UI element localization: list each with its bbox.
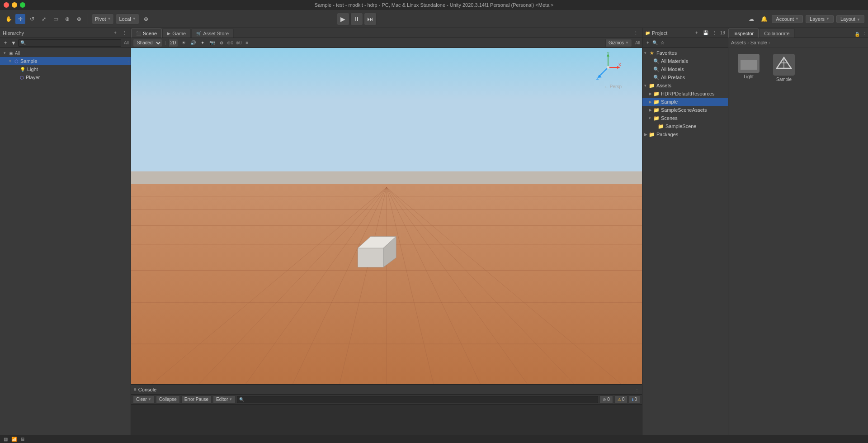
close-button[interactable] [4,2,9,8]
sample-scene-item[interactable]: 📁 SampleScene [642,122,728,130]
hand-tool-button[interactable]: ✋ [4,14,14,24]
project-icon: 📁 [645,31,650,35]
hierarchy-menu-button[interactable]: ▼ [10,39,17,47]
light-asset-label: Light [744,74,754,79]
collaborate-tab[interactable]: Collaborate [759,29,794,38]
all-materials-item[interactable]: 🔍 All Materials [642,57,728,65]
asset-store-tab[interactable]: 🛒 Asset Store [191,29,234,38]
inspector-lock-button[interactable]: 🔒 [854,30,861,38]
light-label: Light [27,67,38,72]
all-models-item[interactable]: 🔍 All Models [642,65,728,73]
hdrp-folder-icon: 📁 [653,91,660,97]
collapse-label: Collapse [159,397,177,402]
collapse-button[interactable]: Collapse [156,395,180,404]
editor-button[interactable]: Editor ▼ [213,395,236,404]
warning-count-button[interactable]: ⚠ 0 [614,395,628,404]
pause-button[interactable]: ⏸ [350,13,363,25]
clear-button[interactable]: Clear ▼ [133,395,155,404]
project-toolbar-add[interactable]: + [644,39,651,47]
message-count-button[interactable]: ℹ 0 [629,395,640,404]
scene-layer-label: All [635,40,640,45]
all-prefabs-item[interactable]: 🔍 All Prefabs [642,73,728,81]
shading-dropdown[interactable]: Shaded [133,39,162,47]
assets-grid: Light Sample [728,48,868,250]
layout-button[interactable]: Layout ▼ [836,15,864,23]
hierarchy-add-toolbar-button[interactable]: + [2,39,9,47]
scenes-item[interactable]: ▾ 📁 Scenes [642,114,728,122]
layers-button[interactable]: Layers ▼ [806,15,834,23]
hierarchy-more-button[interactable]: ⋮ [121,29,128,37]
pivot-button[interactable]: Pivot ▼ [92,14,114,24]
game-tab[interactable]: ▶ Game [162,29,191,38]
scene-tab[interactable]: ⬛ Scene [131,29,162,38]
tab-more-button[interactable]: ⋮ [630,29,642,38]
minimize-button[interactable] [12,2,17,8]
editor-label: Editor [216,397,228,402]
favorites-star-icon: ★ [649,50,655,56]
packages-item[interactable]: ▶ 📁 Packages [642,130,728,138]
project-favorites-item[interactable]: ▾ ★ Favorites [642,49,728,57]
shading-sep: | [165,40,166,45]
hierarchy-item-all[interactable]: ▾ ◉ All [0,49,131,57]
all-models-label: All Models [661,67,684,72]
gizmos-button[interactable]: Gizmos ▼ [605,39,632,47]
sample-scene-assets-item[interactable]: ▶ 📁 SampleSceneAssets [642,106,728,114]
local-button[interactable]: Local ▼ [116,14,139,24]
sample-scene-folder-icon: 📁 [658,124,664,129]
inspector-more-button[interactable]: ⋮ [861,30,868,38]
player-label: Player [26,75,40,80]
asset-item-light[interactable]: Light [733,52,764,84]
play-button[interactable]: ▶ [337,13,349,25]
scale-tool-button[interactable]: ⤢ [39,14,49,24]
center-panel: ⬛ Scene ▶ Game 🛒 Asset Store ⋮ Shaded | … [131,28,642,443]
move-tool-button[interactable]: ✛ [15,14,25,24]
camera-toggle[interactable]: 📷 [208,39,216,47]
sample-folder-item[interactable]: ▶ 📁 Sample [642,98,728,106]
project-filter-button[interactable]: ☆ [659,39,666,47]
extra-tool-button[interactable]: ⊛ [74,14,84,24]
breadcrumb-assets[interactable]: Assets [731,40,746,45]
account-dropdown-arrow: ▼ [795,17,799,21]
player-icon: ⬡ [20,75,24,80]
all-prefabs-label: All Prefabs [661,75,685,80]
top-toolbar: ✋ ✛ ↺ ⤢ ▭ ⊕ ⊛ Pivot ▼ Local ▼ ⊕ ▶ ⏸ ⏭ ☁ … [0,10,868,28]
project-add-button[interactable]: + [693,29,700,37]
console-search[interactable]: 🔍 [237,396,598,403]
console-more[interactable]: ⋮ [635,387,639,392]
hierarchy-item-player[interactable]: ⬡ Player [0,73,131,81]
hierarchy-item-sample[interactable]: ▾ ⬡ Sample ⋮ [0,57,131,65]
error-pause-button[interactable]: Error Pause [181,395,212,404]
maximize-button[interactable] [20,2,25,8]
collab-icon-button[interactable]: ☁ [746,14,756,24]
audio-toggle[interactable]: 🔊 [189,39,197,47]
mute-toggle[interactable]: ⊘ [217,39,226,47]
sample-menu[interactable]: ⋮ [126,59,131,64]
hierarchy-title: Hierarchy [3,30,110,36]
stats-button[interactable]: ≡ [243,39,251,47]
hdrp-default-resources-item[interactable]: ▶ 📁 HDRPDefaultResources [642,90,728,98]
error-count-button[interactable]: ⊘ 0 [599,395,613,404]
transform-tool-button[interactable]: ⊕ [62,14,72,24]
project-title: Project [652,30,691,36]
project-more-button[interactable]: ⋮ [711,29,718,37]
hierarchy-add-button[interactable]: + [112,29,119,37]
light-toggle[interactable]: ☀ [179,39,188,47]
asset-item-sample[interactable]: Sample [768,52,800,84]
assets-root-item[interactable]: ▾ 📁 Assets [642,81,728,90]
step-button[interactable]: ⏭ [364,13,377,25]
2d-toggle[interactable]: 2D [168,39,179,47]
sample-scene-label: SampleScene [665,124,697,129]
rect-tool-button[interactable]: ▭ [51,14,61,24]
effect-toggle[interactable]: ✦ [198,39,207,47]
cloud-button[interactable]: 🔔 [759,14,769,24]
extra-transform-button[interactable]: ⊕ [141,14,151,24]
local-dropdown-arrow: ▼ [132,17,136,21]
rotate-tool-button[interactable]: ↺ [27,14,37,24]
inspector-tab[interactable]: Inspector [728,29,759,38]
breadcrumb-sample[interactable]: Sample [750,40,767,45]
project-save-button[interactable]: 💾 [702,29,709,37]
sample-scene-assets-folder-icon: 📁 [653,107,660,113]
account-button[interactable]: Account ▼ [772,15,803,23]
project-search-button[interactable]: 🔍 [651,39,659,47]
hierarchy-item-light[interactable]: 💡 Light [0,65,131,73]
